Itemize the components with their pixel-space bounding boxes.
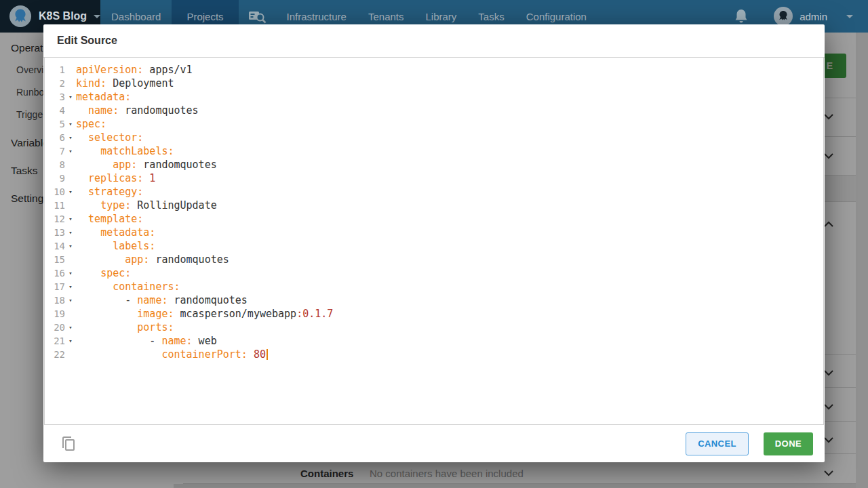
notifications-bell-icon[interactable] bbox=[734, 8, 748, 24]
fold-arrow-icon[interactable]: ▾ bbox=[65, 266, 76, 280]
code-line-8[interactable]: 8 app: randomquotes bbox=[45, 158, 823, 171]
line-number: 11 bbox=[45, 199, 65, 212]
line-number: 5 bbox=[45, 117, 65, 131]
done-button[interactable]: DONE bbox=[764, 432, 813, 455]
fold-arrow-icon[interactable]: ▾ bbox=[65, 131, 76, 144]
fold-arrow-icon[interactable]: ▾ bbox=[65, 239, 76, 253]
line-number: 8 bbox=[45, 158, 65, 171]
code-line-19[interactable]: 19 image: mcasperson/mywebapp:0.1.7 bbox=[45, 307, 823, 321]
code-line-10[interactable]: 10▾ strategy: bbox=[45, 185, 823, 199]
code-line-18[interactable]: 18▾ - name: randomquotes bbox=[45, 293, 823, 307]
fold-arrow-icon[interactable]: ▾ bbox=[65, 144, 76, 158]
line-number: 20 bbox=[45, 321, 65, 334]
fold-arrow-icon[interactable]: ▾ bbox=[65, 185, 76, 199]
code-line-22[interactable]: 22 containerPort: 80 bbox=[45, 348, 823, 361]
username-label[interactable]: admin bbox=[800, 11, 827, 22]
octopus-logo-icon bbox=[9, 5, 32, 28]
code-line-2[interactable]: 2kind: Deployment bbox=[45, 77, 823, 90]
code-line-11[interactable]: 11 type: RollingUpdate bbox=[45, 199, 823, 212]
fold-arrow-icon[interactable]: ▾ bbox=[65, 226, 76, 239]
fold-arrow-icon[interactable]: ▾ bbox=[65, 293, 76, 307]
line-number: 10 bbox=[45, 185, 65, 199]
line-number: 12 bbox=[45, 212, 65, 226]
line-number: 7 bbox=[45, 144, 65, 158]
code-line-21[interactable]: 21▾ - name: web bbox=[45, 334, 823, 348]
line-number: 4 bbox=[45, 104, 65, 117]
fold-arrow-icon[interactable]: ▾ bbox=[65, 280, 76, 293]
code-line-9[interactable]: 9 replicas: 1 bbox=[45, 171, 823, 185]
fold-arrow-icon[interactable]: ▾ bbox=[65, 117, 76, 131]
edit-source-dialog: Edit Source 1apiVersion: apps/v12kind: D… bbox=[43, 24, 825, 462]
code-line-3[interactable]: 3▾metadata: bbox=[45, 90, 823, 104]
fold-arrow-icon[interactable]: ▾ bbox=[65, 90, 76, 104]
project-title: K8S Blog bbox=[39, 10, 87, 22]
fold-arrow-icon[interactable]: ▾ bbox=[65, 321, 76, 334]
code-line-7[interactable]: 7▾ matchLabels: bbox=[45, 144, 823, 158]
chevron-down-icon bbox=[94, 15, 100, 18]
screen: OperationsOverviewRunbooksTriggersVariab… bbox=[0, 0, 868, 488]
code-line-17[interactable]: 17▾ containers: bbox=[45, 280, 823, 293]
line-number: 13 bbox=[45, 226, 65, 239]
line-number: 18 bbox=[45, 293, 65, 307]
fold-arrow-icon[interactable]: ▾ bbox=[65, 212, 76, 226]
code-line-13[interactable]: 13▾ metadata: bbox=[45, 226, 823, 239]
line-number: 1 bbox=[45, 63, 65, 77]
fold-arrow-icon[interactable]: ▾ bbox=[65, 334, 76, 348]
line-number: 14 bbox=[45, 239, 65, 253]
code-line-12[interactable]: 12▾ template: bbox=[45, 212, 823, 226]
code-line-16[interactable]: 16▾ spec: bbox=[45, 266, 823, 280]
dialog-title: Edit Source bbox=[57, 35, 117, 47]
line-number: 21 bbox=[45, 334, 65, 348]
line-number: 3 bbox=[45, 90, 65, 104]
line-number: 16 bbox=[45, 266, 65, 280]
line-number: 19 bbox=[45, 307, 65, 321]
code-line-6[interactable]: 6▾ selector: bbox=[45, 131, 823, 144]
cancel-button[interactable]: CANCEL bbox=[686, 432, 749, 455]
line-number: 22 bbox=[45, 348, 65, 361]
dialog-header: Edit Source bbox=[43, 24, 825, 58]
code-line-5[interactable]: 5▾spec: bbox=[45, 117, 823, 131]
text-cursor bbox=[267, 349, 268, 360]
user-avatar[interactable] bbox=[774, 7, 793, 26]
user-menu-chevron-icon[interactable] bbox=[846, 15, 853, 18]
line-number: 17 bbox=[45, 280, 65, 293]
line-number: 2 bbox=[45, 77, 65, 90]
code-line-1[interactable]: 1apiVersion: apps/v1 bbox=[45, 63, 823, 77]
dialog-footer: CANCEL DONE bbox=[43, 425, 825, 462]
copy-to-clipboard-button[interactable] bbox=[60, 434, 79, 453]
code-line-20[interactable]: 20▾ ports: bbox=[45, 321, 823, 334]
yaml-code-editor[interactable]: 1apiVersion: apps/v12kind: Deployment3▾m… bbox=[44, 58, 824, 425]
line-number: 9 bbox=[45, 171, 65, 185]
code-line-4[interactable]: 4 name: randomquotes bbox=[45, 104, 823, 117]
line-number: 6 bbox=[45, 131, 65, 144]
code-line-15[interactable]: 15 app: randomquotes bbox=[45, 253, 823, 266]
code-line-14[interactable]: 14▾ labels: bbox=[45, 239, 823, 253]
line-number: 15 bbox=[45, 253, 65, 266]
